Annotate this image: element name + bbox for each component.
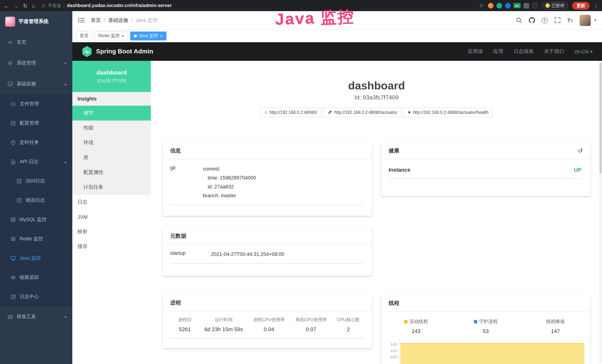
scrollbar[interactable] [599,62,602,364]
extension-icon[interactable]: on [513,3,520,8]
chevron-down-icon: ▾ [64,315,66,319]
active-tab-dot [134,34,137,37]
extension-icon[interactable] [505,3,510,8]
locale-select[interactable]: zh-CN ▾ [574,49,592,54]
layers-icon [10,236,16,242]
update-button[interactable]: 更新 [572,2,590,10]
menu-item-caches[interactable]: 缓存 [72,239,151,254]
sidebar-item-label: 基础设施 [17,80,36,87]
sidebar-item-label: 配置管理 [20,120,39,127]
close-icon[interactable]: × [160,33,163,38]
fullscreen-icon[interactable] [554,17,560,23]
help-icon[interactable]: ? [542,17,548,23]
font-size-icon[interactable]: TT [567,17,573,23]
hamburger-icon[interactable] [78,17,85,23]
stat-label: 进程CPU使用率 [248,317,290,323]
sidebar-item-label: MySQL 监控 [20,216,46,223]
chevron-down-icon: ▾ [64,61,66,65]
sidebar-item-label: 定时任务 [20,139,39,146]
menu-item-environment[interactable]: 环境 [72,135,151,150]
sidebar-item-system-management[interactable]: 系统管理 ▾ [0,53,72,74]
legend-item-live: 活动线程 143 [381,318,451,336]
sidebar-item-label: 访问日志 [26,178,45,184]
sba-nav-wall[interactable]: 应用墙 [468,48,483,55]
sidebar-item-java-monitor[interactable]: Java 监控 [0,248,72,268]
paused-badge[interactable]: 已暂停 [542,2,568,10]
sidebar-item-home[interactable]: 首页 [0,32,72,53]
extension-icon[interactable] [523,3,529,8]
infrastructure-submenu: 文件管理 配置管理 定时任务 API 日志 ▴ 访问日志 [0,94,72,306]
scrollbar-thumb[interactable] [600,62,602,173]
insights-group: Insights 细节 性能 环境 类 配置属性 计划任务 [72,92,151,195]
sidebar-item-scheduled-jobs[interactable]: 定时任务 [0,133,72,152]
sidebar-item-log-center[interactable]: 日志中心 [0,287,72,306]
document-icon [10,159,16,164]
search-icon[interactable] [516,17,522,23]
menu-item-classes[interactable]: 类 [72,150,151,165]
tab-redis-monitor[interactable]: Redis 监控 × [95,31,128,40]
breadcrumb-separator: / [104,17,105,23]
stat-label: CPU核心数 [332,317,365,323]
actuator-url-link[interactable]: http://192.168.0.2:48080/actuator [323,107,402,117]
menu-item-mappings[interactable]: 映射 [72,224,151,239]
info-key: git [170,165,203,200]
sidebar-item-config-management[interactable]: 配置管理 [0,114,72,133]
extension-icon[interactable] [496,3,502,8]
health-url-link[interactable]: ♥ http://192.168.0.2:48080/actuator/heal… [404,107,493,117]
log-edit-icon [16,178,22,184]
font-size-large: T [567,17,570,23]
stat-value: 5261 [170,326,199,332]
sidebar-item-link-tracing[interactable]: 链路追踪 [0,268,72,287]
sba-nav-journal[interactable]: 日志报表 [514,48,534,55]
threads-card: 线程 活动线程 143 [381,295,590,364]
sba-nav: 应用墙 应用 日志报表 关于我们 zh-CN ▾ [468,48,592,55]
sidebar-item-file-management[interactable]: 文件管理 [0,94,72,114]
github-icon[interactable] [528,17,535,23]
extension-icon[interactable] [532,3,538,8]
sidebar-item-infrastructure[interactable]: 基础设施 ▴ [0,74,72,94]
url-text: dashboard.yudao.iocoder.cn/infra/admin-s… [67,3,172,8]
sidebar-item-error-logs[interactable]: 错误日志 [0,191,72,210]
sidebar-item-label: 首页 [17,39,26,46]
user-avatar[interactable] [580,15,591,26]
refresh-icon[interactable]: ↻ [23,3,28,8]
sidebar-item-dev-tools[interactable]: 研发工具 ▾ [0,306,72,327]
close-icon[interactable]: × [122,33,124,38]
browser-menu-icon[interactable]: ⋮ [594,3,599,8]
chart-plot-area [400,341,584,364]
extension-icon[interactable] [488,3,493,8]
health-label: Instance [389,167,410,173]
chevron-down-icon[interactable]: ▾ [594,18,596,22]
menu-item-logs[interactable]: 日志 [72,195,151,210]
sidebar-item-redis-monitor[interactable]: Redis 监控 [0,229,72,248]
home-icon[interactable]: ⌂ [32,3,35,8]
sidebar-item-access-logs[interactable]: 访问日志 [0,171,72,191]
instance-header[interactable]: dashboard 93a3fc7f7409 [72,61,151,92]
history-icon[interactable]: ↺ [578,147,583,154]
tab-java-monitor[interactable]: Java 监控 × [130,31,166,40]
breadcrumb-home[interactable]: 首页 [91,17,101,23]
card-title: 健康 [389,147,399,154]
menu-item-details[interactable]: 细节 [72,106,151,120]
spring-boot-admin-logo-icon [82,46,92,57]
sba-brand[interactable]: Spring Boot Admin [82,46,153,57]
address-bar[interactable]: ⚠ 不安全 dashboard.yudao.iocoder.cn/infra/a… [39,2,475,9]
chevron-down-icon: ▾ [591,49,592,54]
bookmark-star-icon[interactable]: ☆ [479,3,484,8]
sba-nav-applications[interactable]: 应用 [493,48,503,55]
app-logo-row[interactable]: 芋道管理系统 [0,11,72,32]
menu-item-scheduled-tasks[interactable]: 计划任务 [72,180,151,195]
breadcrumb-infrastructure[interactable]: 基础设施 [108,17,128,23]
menu-item-jvm[interactable]: JVM [72,210,151,224]
sidebar-item-api-logs[interactable]: API 日志 ▴ [0,152,72,171]
forward-icon[interactable]: → [13,3,19,8]
tab-home[interactable]: 首页 [76,31,92,40]
menu-item-configprops[interactable]: 配置属性 [72,165,151,180]
sidebar-item-mysql-monitor[interactable]: MySQL 监控 [0,210,72,229]
sba-nav-about[interactable]: 关于我们 [544,48,564,55]
locale-label: zh-CN [574,49,589,54]
menu-item-metrics[interactable]: 性能 [72,120,151,135]
service-url-link[interactable]: ⌂ http://192.168.0.2:48080/ [260,107,321,117]
warning-icon: ⚠ [41,3,45,8]
back-icon[interactable]: ← [4,3,9,8]
